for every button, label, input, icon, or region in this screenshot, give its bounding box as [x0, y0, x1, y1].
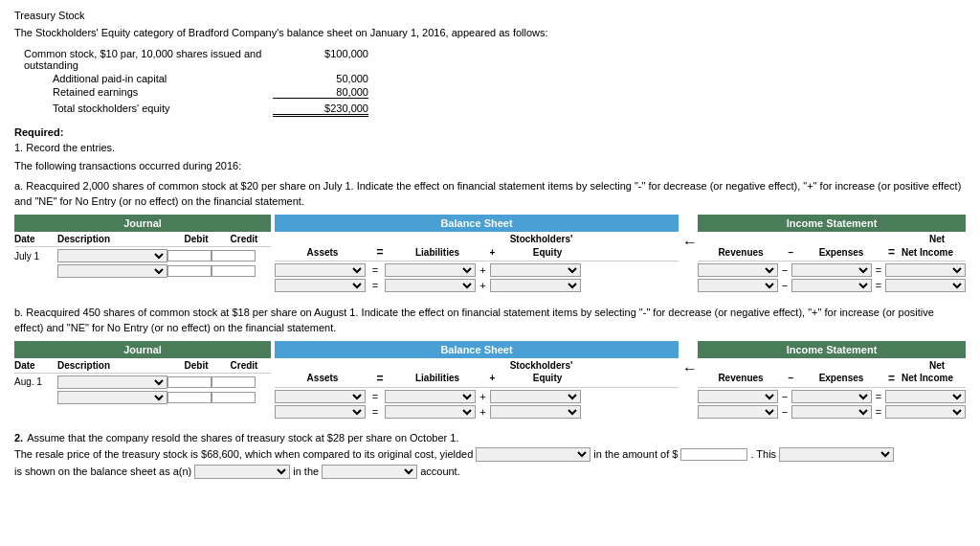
- transactions-header: The following transactions occurred duri…: [14, 159, 966, 173]
- arrow-a: ←: [682, 215, 698, 294]
- required-label: Required:: [14, 126, 966, 138]
- stockholders-label-a: Stockholders': [429, 234, 654, 244]
- account-select[interactable]: [322, 465, 417, 479]
- credit-col-header: Credit: [220, 234, 268, 244]
- journal-header-a: Journal: [14, 215, 271, 232]
- exp-select-a2[interactable]: [791, 279, 872, 292]
- net-select-b1[interactable]: [885, 390, 966, 403]
- assets-select-a2[interactable]: [275, 279, 366, 292]
- is-header-a: Income Statement: [698, 215, 966, 232]
- assets-col-header: Assets: [275, 247, 370, 258]
- liabilities-col-header: Liabilities: [390, 247, 485, 258]
- exp-select-a1[interactable]: [791, 263, 872, 277]
- transaction-b-text: b. Reacquired 450 shares of common stock…: [14, 306, 966, 335]
- exp-select-b1[interactable]: [791, 390, 872, 403]
- equity-table: Common stock, $10 par, 10,000 shares iss…: [24, 48, 966, 117]
- credit-input-b2[interactable]: [212, 392, 256, 403]
- section2-text: Assume that the company resold the share…: [27, 432, 458, 444]
- date-col-header: Date: [14, 234, 57, 244]
- income-statement-a: Income Statement Net Revenues − Expenses…: [698, 215, 966, 294]
- equity-row4-value: $230,000: [273, 102, 368, 117]
- transaction-a-text: a. Reacquired 2,000 shares of common sto…: [14, 179, 966, 209]
- section2-label: 2.: [14, 432, 23, 444]
- balance-sheet-a: Balance Sheet Stockholders' Assets = Lia…: [275, 215, 679, 294]
- equity-select-b1[interactable]: [490, 390, 581, 403]
- this-text: . This: [750, 448, 776, 460]
- debit-col-header: Debit: [172, 234, 220, 244]
- bs-header-b: Balance Sheet: [275, 341, 679, 358]
- equity-row3-label: Retained earnings: [24, 86, 273, 99]
- this-select[interactable]: [779, 447, 894, 462]
- date-a: July 1: [14, 251, 57, 262]
- liab-select-b2[interactable]: [385, 405, 476, 419]
- net-select-b2[interactable]: [885, 405, 966, 419]
- equity-select-a2[interactable]: [490, 279, 581, 292]
- credit-input-a2[interactable]: [212, 265, 256, 277]
- assets-select-a1[interactable]: [275, 263, 366, 277]
- liab-select-a1[interactable]: [385, 263, 476, 277]
- expenses-col-header: Expenses: [798, 247, 884, 258]
- liab-select-b1[interactable]: [385, 390, 476, 403]
- credit-input-b1[interactable]: [212, 376, 256, 388]
- equity-row2-value: 50,000: [273, 73, 368, 84]
- transaction-a-block: Journal Date Description Debit Credit Ju…: [14, 215, 966, 294]
- debit-input-a2[interactable]: [167, 265, 212, 277]
- shown-select[interactable]: [194, 465, 290, 479]
- description-select-b1[interactable]: [57, 375, 167, 389]
- date-b: Aug. 1: [14, 376, 57, 387]
- equity-select-b2[interactable]: [490, 405, 581, 419]
- debit-input-a1[interactable]: [167, 250, 212, 262]
- rev-select-a1[interactable]: [698, 263, 778, 277]
- journal-section-a: Journal Date Description Debit Credit Ju…: [14, 215, 271, 294]
- stockholders-label-b: Stockholders': [429, 360, 654, 371]
- description-select-b2[interactable]: [57, 391, 167, 404]
- equity-select-a1[interactable]: [490, 263, 581, 277]
- equity-col-header: Equity: [500, 247, 595, 258]
- credit-input-a1[interactable]: [212, 250, 256, 262]
- income-statement-b: Income Statement Net Revenues − Expenses…: [698, 341, 966, 421]
- bs-header-a: Balance Sheet: [275, 215, 679, 232]
- in-text2: the: [304, 466, 319, 477]
- resale-yield-select[interactable]: [476, 447, 590, 462]
- liab-select-a2[interactable]: [385, 279, 476, 292]
- amount-input[interactable]: [680, 448, 747, 461]
- equity-row1-label: Common stock, $10 par, 10,000 shares iss…: [24, 48, 273, 71]
- net-select-a2[interactable]: [885, 279, 966, 292]
- equity-row1-value: $100,000: [273, 48, 368, 71]
- assets-select-b1[interactable]: [275, 390, 366, 403]
- assets-select-b2[interactable]: [275, 405, 366, 419]
- subtitle: The Stockholders' Equity category of Bra…: [14, 27, 966, 38]
- description-select-a2[interactable]: [57, 264, 167, 278]
- in-amount-text: in the amount of $: [593, 448, 678, 460]
- equity-row3-value: 80,000: [273, 86, 368, 99]
- net-income-col-header: Net Income: [899, 247, 956, 258]
- debit-input-b2[interactable]: [167, 392, 212, 403]
- description-col-header: Description: [57, 234, 172, 244]
- in-text: in: [293, 466, 301, 477]
- description-select-a1[interactable]: [57, 249, 167, 262]
- rev-select-a2[interactable]: [698, 279, 778, 292]
- net-select-a1[interactable]: [885, 263, 966, 277]
- resale-text: The resale price of the treasury stock i…: [14, 448, 473, 460]
- shown-text: is shown on the balance sheet as a(n): [14, 466, 191, 477]
- net-income-label-a: Net: [908, 234, 966, 244]
- transaction-b-block: Journal Date Description Debit Credit Au…: [14, 341, 966, 421]
- debit-input-b1[interactable]: [167, 376, 212, 388]
- arrow-b: ←: [682, 341, 698, 421]
- is-header-b: Income Statement: [698, 341, 966, 358]
- page-title: Treasury Stock: [14, 10, 966, 21]
- equity-row2-label: Additional paid-in capital: [24, 73, 273, 84]
- journal-section-b: Journal Date Description Debit Credit Au…: [14, 341, 271, 421]
- rev-select-b2[interactable]: [698, 405, 778, 419]
- instruction1: 1. Record the entries.: [14, 142, 966, 153]
- journal-header-b: Journal: [14, 341, 271, 358]
- net-income-label-b: Net: [908, 360, 966, 371]
- equity-row4-label: Total stockholders' equity: [24, 102, 273, 117]
- exp-select-b2[interactable]: [791, 405, 872, 419]
- rev-select-b1[interactable]: [698, 390, 778, 403]
- revenues-col-header: Revenues: [698, 247, 784, 258]
- balance-sheet-b: Balance Sheet Stockholders' Assets = Lia…: [275, 341, 679, 421]
- account-text: account.: [420, 466, 460, 477]
